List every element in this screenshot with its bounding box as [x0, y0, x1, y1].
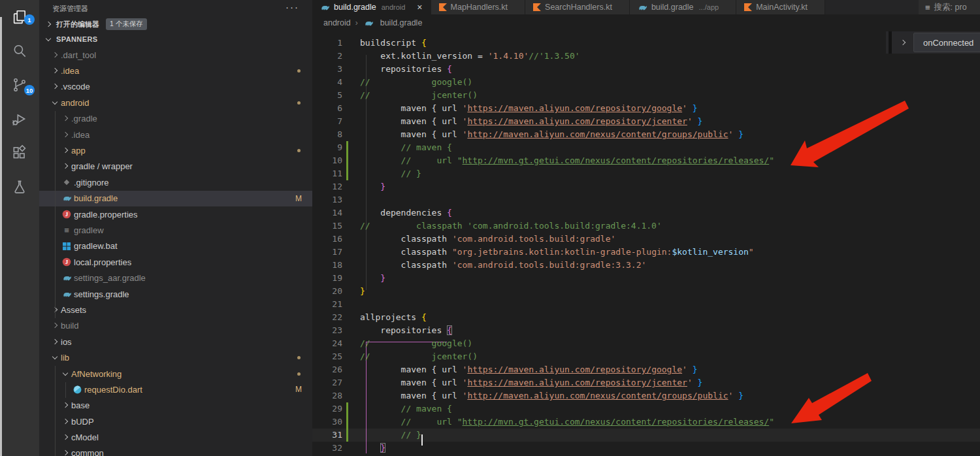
tree-item-settings_aar.gradle[interactable]: settings_aar.gradle [39, 270, 312, 285]
tree-item-build[interactable]: build [39, 318, 312, 334]
tree-item-base[interactable]: base [39, 398, 312, 414]
code-text: // google() [360, 76, 472, 89]
tree-item-label: .dart_tool [61, 50, 96, 60]
code-line-26[interactable]: 26 maven { url 'https://maven.aliyun.com… [312, 363, 980, 376]
code-line-18[interactable]: 18 classpath 'com.android.tools.build:gr… [312, 259, 980, 272]
tree-item-common[interactable]: common [39, 446, 312, 456]
modified-dot-badge [297, 101, 301, 105]
explorer-title-label: 资源管理器 [52, 4, 88, 14]
run-and-debug-icon[interactable] [0, 102, 39, 136]
code-text: maven { url 'https://maven.aliyun.com/re… [360, 115, 702, 128]
code-line-1[interactable]: 1buildscript { [312, 37, 980, 50]
collapsed-symbol-box[interactable]: onConnected [913, 33, 980, 52]
line-number: 4 [312, 76, 342, 89]
code-line-16[interactable]: 16 classpath 'com.android.tools.build:gr… [312, 233, 980, 246]
tree-item-gradlew[interactable]: ≡gradlew [39, 222, 312, 238]
search-icon[interactable] [0, 34, 39, 68]
code-line-4[interactable]: 4// google() [312, 76, 980, 89]
code-line-14[interactable]: 14 dependencies { [312, 206, 980, 220]
line-number: 29 [312, 402, 342, 415]
tree-item-Assets[interactable]: Assets [39, 302, 312, 318]
code-text: } [360, 442, 385, 455]
tree-item-.gitignore[interactable]: .gitignore [39, 174, 312, 190]
explorer-sidebar: 资源管理器 ··· 打开的编辑器 1 个未保存 SPANNERS .dart_t… [39, 0, 312, 456]
breadcrumb-folder[interactable]: android [323, 18, 351, 27]
code-line-20[interactable]: 20} [312, 285, 980, 298]
gradle-file-icon [60, 289, 73, 299]
tree-item-lib[interactable]: lib [39, 350, 312, 365]
code-line-6[interactable]: 6 maven { url 'https://maven.aliyun.com/… [312, 102, 980, 115]
code-line-27[interactable]: 27 maven { url 'https://maven.aliyun.com… [312, 376, 980, 389]
code-line-19[interactable]: 19 } [312, 272, 980, 285]
project-section-header[interactable]: SPANNERS [39, 31, 312, 47]
breadcrumb-file[interactable]: build.gradle [380, 18, 423, 27]
code-text: repositories { [360, 63, 452, 76]
tree-item-AfNetworking[interactable]: AfNetworking [39, 366, 312, 382]
code-text: dependencies { [360, 206, 452, 220]
code-line-11[interactable]: 11 // } [312, 167, 980, 180]
tree-item-.idea[interactable]: .idea [39, 63, 312, 78]
tree-item-.gradle[interactable]: .gradle [39, 111, 312, 127]
tree-item-local.properties[interactable]: Jlocal.properties [39, 254, 312, 270]
tree-item-cModel[interactable]: cModel [39, 429, 312, 445]
code-line-21[interactable]: 21 [312, 298, 980, 311]
source-control-icon[interactable]: 10 [0, 68, 39, 102]
explorer-icon[interactable]: 1 [0, 0, 39, 34]
code-line-3[interactable]: 3 repositories { [312, 63, 980, 76]
tree-item-.dart_tool[interactable]: .dart_tool [39, 47, 312, 63]
open-editors-header[interactable]: 打开的编辑器 1 个未保存 [39, 17, 312, 31]
sidebar-title: 资源管理器 ··· [39, 0, 312, 17]
more-actions-icon[interactable]: ··· [286, 1, 299, 12]
tab-build.gradle[interactable]: build.gradle.../app [630, 0, 736, 14]
tree-item-.vscode[interactable]: .vscode [39, 79, 312, 95]
code-line-32[interactable]: 32 } [312, 442, 980, 455]
tree-item-app[interactable]: app [39, 142, 312, 158]
testing-icon[interactable] [0, 170, 39, 204]
tab--pro[interactable]: ≡搜索: pro [919, 0, 980, 14]
tree-item-gradle.properties[interactable]: Jgradle.properties [39, 206, 312, 222]
tree-item-gradle-wrapper[interactable]: gradle / wrapper [39, 159, 312, 174]
code-line-29[interactable]: 29 // maven { [312, 402, 980, 415]
code-line-7[interactable]: 7 maven { url 'https://maven.aliyun.com/… [312, 115, 980, 128]
code-line-5[interactable]: 5// jcenter() [312, 89, 980, 102]
code-text: } [360, 180, 385, 193]
tree-item-build.gradle[interactable]: build.gradleM [39, 191, 312, 206]
tree-item-ios[interactable]: ios [39, 334, 312, 350]
tree-item-gradlew.bat[interactable]: gradlew.bat [39, 238, 312, 254]
tab-MainActivity.kt[interactable]: MainActivity.kt [736, 0, 825, 14]
right-group-collapsed-item[interactable]: onConnected [886, 31, 980, 54]
tab-MapHandlers.kt[interactable]: MapHandlers.kt [431, 0, 526, 14]
tab-SearchHandlers.kt[interactable]: SearchHandlers.kt [525, 0, 630, 14]
chevron-right-icon [50, 85, 60, 88]
code-line-2[interactable]: 2 ext.kotlin_version = '1.4.10'//'1.3.50… [312, 50, 980, 63]
code-line-25[interactable]: 25// jcenter() [312, 350, 980, 363]
code-line-23[interactable]: 23 repositories { [312, 324, 980, 337]
tree-item-requestDio.dart[interactable]: requestDio.dartM [39, 382, 312, 397]
code-line-31[interactable]: 31 // } [312, 429, 980, 442]
chevron-right-icon[interactable] [898, 41, 908, 44]
code-line-15[interactable]: 15// classpath 'com.android.tools.build:… [312, 220, 980, 233]
code-editor[interactable]: 1buildscript {2 ext.kotlin_version = '1.… [312, 31, 980, 456]
tab-build.gradle[interactable]: build.gradleandroid× [312, 0, 431, 14]
tree-item-label: .idea [61, 66, 79, 76]
extensions-icon[interactable] [0, 136, 39, 170]
tree-item-settings.gradle[interactable]: settings.gradle [39, 286, 312, 302]
code-line-24[interactable]: 24// google() [312, 337, 980, 350]
code-line-10[interactable]: 10 // url "http://mvn.gt.getui.com/nexus… [312, 154, 980, 167]
code-line-30[interactable]: 30 // url "http://mvn.gt.getui.com/nexus… [312, 415, 980, 429]
explorer-badge: 1 [24, 14, 35, 25]
tab-title: MainActivity.kt [756, 3, 808, 12]
code-line-22[interactable]: 22allprojects { [312, 311, 980, 324]
tree-item-label: gradlew.bat [74, 241, 118, 251]
tree-item-android[interactable]: android [39, 95, 312, 110]
close-icon[interactable]: × [417, 3, 422, 12]
tree-item-.idea[interactable]: .idea [39, 127, 312, 142]
tree-item-bUDP[interactable]: bUDP [39, 414, 312, 429]
properties-file-icon: J [60, 210, 73, 219]
code-line-13[interactable]: 13 [312, 193, 980, 206]
code-line-9[interactable]: 9 // maven { [312, 141, 980, 154]
code-line-8[interactable]: 8 maven { url 'http://maven.aliyun.com/n… [312, 128, 980, 141]
code-line-17[interactable]: 17 classpath "org.jetbrains.kotlin:kotli… [312, 246, 980, 259]
code-line-12[interactable]: 12 } [312, 180, 980, 193]
code-line-28[interactable]: 28 maven { url 'http://maven.aliyun.com/… [312, 389, 980, 402]
